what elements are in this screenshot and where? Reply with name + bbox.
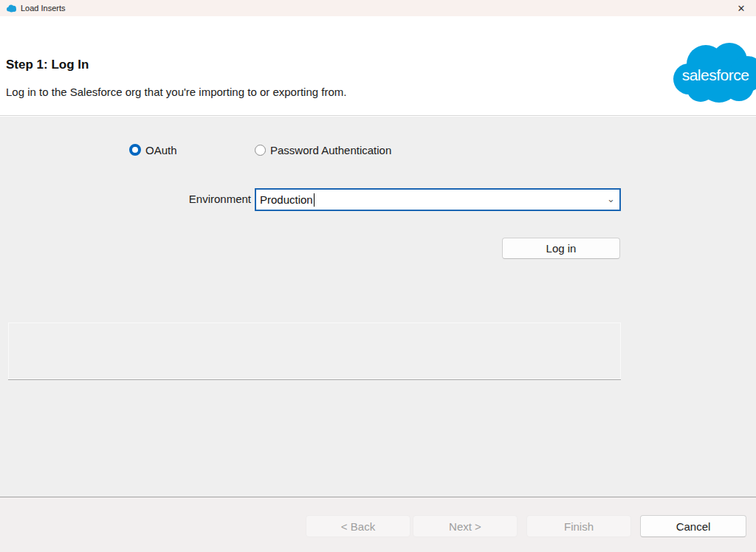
next-button: Next > xyxy=(413,515,518,537)
environment-combobox[interactable]: Production ⌄ xyxy=(255,188,621,211)
titlebar: Load Inserts ✕ xyxy=(0,0,756,16)
oauth-radio-icon[interactable] xyxy=(129,144,141,156)
back-button: < Back xyxy=(306,515,410,537)
text-caret xyxy=(314,193,315,207)
page-subtitle: Log in to the Salesforce org that you're… xyxy=(6,86,346,98)
auth-method-radio-group: OAuth Password Authentication xyxy=(0,142,756,157)
login-panel: OAuth Password Authentication Environmen… xyxy=(0,117,756,497)
password-auth-radio-label[interactable]: Password Authentication xyxy=(270,144,391,156)
status-message-box xyxy=(8,322,621,379)
app-cloud-icon xyxy=(6,4,17,13)
wizard-header: Step 1: Log In Log in to the Salesforce … xyxy=(0,16,756,116)
log-in-button[interactable]: Log in xyxy=(502,238,620,259)
password-auth-radio[interactable]: Password Authentication xyxy=(255,142,391,157)
close-icon[interactable]: ✕ xyxy=(731,0,752,16)
oauth-radio[interactable]: OAuth xyxy=(129,142,177,157)
finish-button: Finish xyxy=(526,515,631,537)
chevron-down-icon[interactable]: ⌄ xyxy=(607,194,615,204)
salesforce-logo: salesforce xyxy=(669,41,756,108)
page-title: Step 1: Log In xyxy=(6,58,89,72)
wizard-footer: < Back Next > Finish Cancel xyxy=(0,497,756,552)
password-auth-radio-icon[interactable] xyxy=(255,145,266,156)
environment-value[interactable]: Production xyxy=(260,193,313,206)
oauth-radio-label[interactable]: OAuth xyxy=(145,144,177,156)
load-inserts-window: Load Inserts ✕ Step 1: Log In Log in to … xyxy=(0,0,756,552)
salesforce-logo-text: salesforce xyxy=(682,66,749,83)
environment-label: Environment xyxy=(118,193,251,205)
window-title: Load Inserts xyxy=(21,4,66,13)
cancel-button[interactable]: Cancel xyxy=(640,515,746,537)
